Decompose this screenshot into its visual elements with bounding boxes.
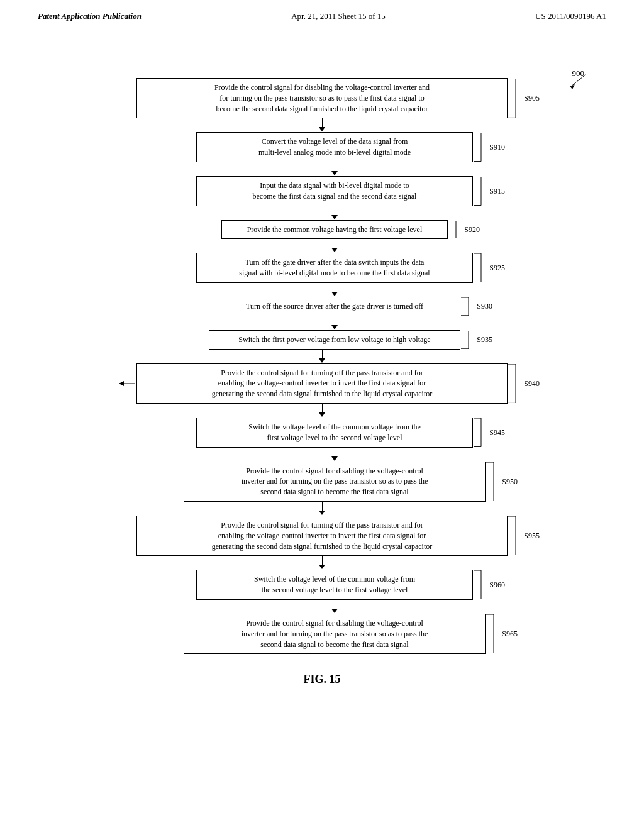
page-header: Patent Application Publication Apr. 21, … [0, 0, 644, 28]
s960-label: S960 [489, 580, 505, 590]
arrow-12 [331, 600, 338, 614]
s915-bracket [472, 177, 484, 206]
s905-row: Provide the control signal for disabling… [136, 78, 508, 118]
s960-row: Switch the voltage level of the common v… [196, 570, 473, 600]
arrow-10 [319, 502, 325, 516]
s950-label: S950 [502, 476, 518, 487]
arrow-2 [331, 162, 338, 176]
s955-box: Provide the control signal for turning o… [136, 516, 508, 556]
arrow-1 [319, 118, 325, 132]
s925-bracket [472, 253, 484, 282]
s950-text: Provide the control signal for disabling… [242, 467, 428, 497]
s965-row: Provide the control signal for disabling… [184, 614, 486, 654]
arrow-11 [319, 556, 325, 570]
s915-row: Input the data signal with bi-level digi… [196, 176, 473, 206]
s920-text: Provide the common voltage having the fi… [247, 225, 423, 234]
header-left: Patent Application Publication [38, 11, 142, 21]
s940-text: Provide the control signal for turning o… [212, 368, 433, 399]
s965-box: Provide the control signal for disabling… [184, 614, 486, 654]
s915-box: Input the data signal with bi-level digi… [196, 176, 473, 206]
s955-text: Provide the control signal for turning o… [212, 521, 433, 551]
s905-bracket [507, 79, 518, 118]
s955-label: S955 [524, 531, 540, 541]
s945-box: Switch the voltage level of the common v… [196, 418, 473, 448]
arrow-5 [331, 283, 338, 297]
s960-box: Switch the voltage level of the common v… [196, 570, 473, 600]
indent-group-2: Switch the voltage level of the common v… [184, 418, 486, 502]
s910-box: Convert the voltage level of the data si… [196, 132, 473, 162]
s945-text: Switch the voltage level of the common v… [248, 423, 421, 442]
arrow-7 [319, 350, 325, 363]
s925-box: Turn off the gate driver after the data … [196, 253, 473, 283]
indent-group-3: Switch the voltage level of the common v… [184, 570, 486, 654]
s940-label: S940 [524, 378, 540, 389]
s910-label: S910 [489, 142, 505, 153]
s930-text: Turn off the source driver after the gat… [246, 302, 423, 311]
s935-bracket [460, 331, 471, 349]
s925-row: Turn off the gate driver after the data … [196, 253, 473, 283]
s965-text: Provide the control signal for disabling… [242, 619, 428, 649]
arrow-8 [319, 404, 325, 418]
loop-arrow-s940 [118, 377, 136, 390]
arrow-3 [331, 206, 338, 220]
s940-bracket [507, 364, 518, 403]
s950-bracket [485, 462, 496, 501]
indent-group-1: Convert the voltage level of the data si… [196, 132, 473, 349]
s930-bracket [460, 297, 471, 316]
s915-text: Input the data signal with bi-level digi… [253, 181, 417, 201]
main-content: 900 Provide the control signal for disab… [0, 28, 644, 711]
s935-label: S935 [477, 335, 492, 345]
s945-label: S945 [489, 427, 505, 438]
s955-row: Provide the control signal for turning o… [136, 516, 508, 556]
s935-box: Switch the first power voltage from low … [209, 330, 460, 350]
s940-row: Provide the control signal for turning o… [136, 363, 508, 404]
s935-row: Switch the first power voltage from low … [209, 330, 460, 350]
s925-label: S925 [489, 263, 505, 274]
s910-row: Convert the voltage level of the data si… [196, 132, 473, 162]
flowchart: Provide the control signal for disabling… [50, 78, 594, 654]
s925-text: Turn off the gate driver after the data … [239, 258, 430, 277]
s920-bracket [447, 221, 458, 239]
s920-label: S920 [464, 224, 480, 235]
s910-text: Convert the voltage level of the data si… [258, 137, 411, 157]
s945-row: Switch the voltage level of the common v… [196, 418, 473, 448]
header-right: US 2011/0090196 A1 [535, 11, 606, 21]
s930-label: S930 [477, 301, 492, 312]
s905-label: S905 [524, 93, 540, 104]
s945-bracket [472, 418, 484, 447]
s950-box: Provide the control signal for disabling… [184, 462, 486, 502]
s915-label: S915 [489, 185, 505, 196]
s955-bracket [507, 516, 518, 555]
s905-box: Provide the control signal for disabling… [136, 78, 508, 118]
figure-caption: FIG. 15 [50, 673, 594, 686]
s950-row: Provide the control signal for disabling… [184, 462, 486, 502]
s905-text: Provide the control signal for disabling… [214, 83, 430, 113]
s935-text: Switch the first power voltage from low … [238, 335, 430, 344]
svg-marker-24 [119, 381, 124, 386]
arrow-6 [331, 316, 338, 330]
s965-bracket [485, 614, 496, 653]
s910-bracket [472, 133, 484, 162]
s920-box: Provide the common voltage having the fi… [221, 220, 448, 240]
s930-row: Turn off the source driver after the gat… [209, 297, 460, 316]
s940-box: Provide the control signal for turning o… [136, 363, 508, 404]
header-center: Apr. 21, 2011 Sheet 15 of 15 [291, 11, 386, 21]
s920-row: Provide the common voltage having the fi… [221, 220, 448, 240]
s960-text: Switch the voltage level of the common v… [254, 575, 415, 594]
s930-box: Turn off the source driver after the gat… [209, 297, 460, 316]
arrow-4 [331, 239, 338, 253]
s965-label: S965 [502, 629, 518, 639]
arrow-9 [331, 448, 338, 462]
s960-bracket [472, 570, 484, 599]
